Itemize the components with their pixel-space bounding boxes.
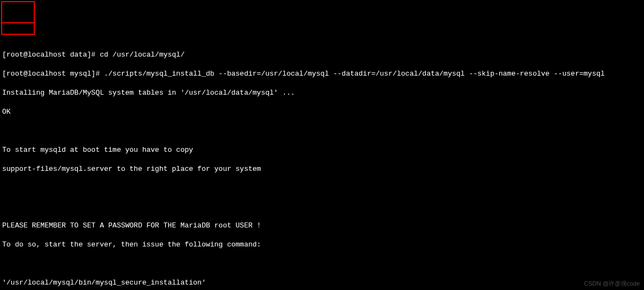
terminal-line bbox=[2, 202, 642, 211]
terminal-line: '/usr/local/mysql/bin/mysql_secure_insta… bbox=[2, 278, 642, 288]
annotation-strikethrough bbox=[1, 22, 35, 23]
terminal-output[interactable]: [root@localhost data]# cd /usr/local/mys… bbox=[2, 40, 642, 290]
terminal-line: [root@localhost data]# cd /usr/local/mys… bbox=[2, 50, 642, 60]
terminal-line: PLEASE REMEMBER TO SET A PASSWORD FOR TH… bbox=[2, 221, 642, 231]
terminal-line bbox=[2, 183, 642, 193]
terminal-line: OK bbox=[2, 107, 642, 117]
terminal-line: Installing MariaDB/MySQL system tables i… bbox=[2, 88, 642, 98]
terminal-line: [root@localhost mysql]# ./scripts/mysql_… bbox=[2, 69, 642, 79]
terminal-line bbox=[2, 126, 642, 135]
terminal-line: To do so, start the server, then issue t… bbox=[2, 240, 642, 250]
terminal-line: To start mysqld at boot time you have to… bbox=[2, 145, 642, 155]
terminal-line bbox=[2, 259, 642, 268]
terminal-line: support-files/mysql.server to the right … bbox=[2, 164, 642, 174]
annotation-box bbox=[1, 1, 35, 35]
watermark: CSDN @许彦强code bbox=[584, 280, 640, 288]
